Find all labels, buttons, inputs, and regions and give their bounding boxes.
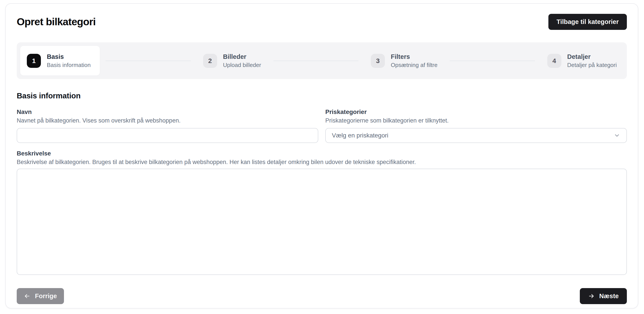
step-basis-title: Basis bbox=[47, 53, 90, 60]
description-field-label: Beskrivelse bbox=[17, 150, 627, 157]
step-detaljer-number-badge: 4 bbox=[547, 54, 561, 68]
arrow-right-icon bbox=[588, 293, 595, 300]
step-detaljer-texts: Detaljer Detaljer på kategori bbox=[567, 53, 617, 68]
arrow-left-icon bbox=[24, 293, 30, 300]
section-heading: Basis information bbox=[17, 91, 627, 100]
previous-button-label: Forrige bbox=[35, 293, 57, 300]
create-car-category-card: Opret bilkategori Tilbage til kategorier… bbox=[5, 3, 638, 309]
chevron-down-icon bbox=[614, 132, 620, 139]
step-billeder-texts: Billeder Upload billeder bbox=[223, 53, 261, 68]
price-categories-field-label: Priskategorier bbox=[325, 108, 627, 116]
step-connector bbox=[450, 61, 535, 61]
description-field-group: Beskrivelse Beskrivelse af bilkategorien… bbox=[17, 150, 627, 276]
step-billeder-title: Billeder bbox=[223, 53, 261, 60]
step-basis-subtitle: Basis information bbox=[47, 62, 90, 68]
step-connector bbox=[106, 61, 190, 61]
step-basis[interactable]: 1 Basis Basis information bbox=[20, 46, 100, 75]
step-filters-title: Filters bbox=[391, 53, 438, 60]
step-detaljer-subtitle: Detaljer på kategori bbox=[567, 62, 617, 68]
page-header: Opret bilkategori Tilbage til kategorier bbox=[17, 14, 627, 30]
description-textarea[interactable] bbox=[17, 169, 627, 275]
price-categories-field-description: Priskategorierne som bilkategorien er ti… bbox=[325, 117, 627, 124]
name-field-group: Navn Navnet på bilkategorien. Vises som … bbox=[17, 108, 318, 143]
description-field-description: Beskrivelse af bilkategorien. Bruges til… bbox=[17, 158, 627, 166]
price-category-select[interactable]: Vælg en priskategori bbox=[325, 128, 627, 143]
previous-button[interactable]: Forrige bbox=[17, 288, 64, 304]
back-to-categories-label: Tilbage til kategorier bbox=[556, 18, 619, 25]
wizard-stepper: 1 Basis Basis information 2 Billeder Upl… bbox=[17, 42, 627, 79]
price-categories-field-group: Priskategorier Priskategorierne som bilk… bbox=[325, 108, 627, 143]
name-field-description: Navnet på bilkategorien. Vises som overs… bbox=[17, 117, 318, 124]
step-filters-subtitle: Opsætning af filtre bbox=[391, 62, 438, 68]
basis-form-grid: Navn Navnet på bilkategorien. Vises som … bbox=[17, 108, 627, 143]
step-billeder[interactable]: 2 Billeder Upload billeder bbox=[196, 46, 268, 75]
step-detaljer-title: Detaljer bbox=[567, 53, 617, 60]
name-input[interactable] bbox=[17, 128, 318, 143]
back-to-categories-button[interactable]: Tilbage til kategorier bbox=[548, 14, 627, 30]
step-filters[interactable]: 3 Filters Opsætning af filtre bbox=[364, 46, 444, 75]
step-basis-number-badge: 1 bbox=[27, 54, 41, 68]
step-connector bbox=[274, 61, 358, 61]
page-title: Opret bilkategori bbox=[17, 16, 96, 28]
wizard-footer: Forrige Næste bbox=[17, 288, 627, 304]
step-filters-texts: Filters Opsætning af filtre bbox=[391, 53, 438, 68]
price-category-select-value: Vælg en priskategori bbox=[332, 132, 388, 139]
step-billeder-number-badge: 2 bbox=[203, 54, 217, 68]
step-detaljer[interactable]: 4 Detaljer Detaljer på kategori bbox=[541, 46, 623, 75]
next-button[interactable]: Næste bbox=[580, 288, 627, 304]
step-basis-texts: Basis Basis information bbox=[47, 53, 90, 68]
step-filters-number-badge: 3 bbox=[371, 54, 385, 68]
step-billeder-subtitle: Upload billeder bbox=[223, 62, 261, 68]
name-field-label: Navn bbox=[17, 108, 318, 116]
next-button-label: Næste bbox=[599, 293, 619, 300]
